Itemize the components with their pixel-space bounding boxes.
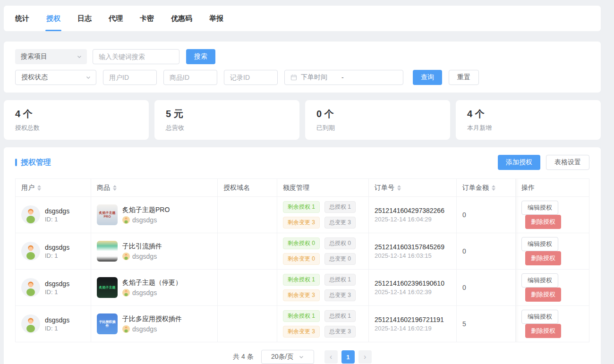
owner-avatar <box>122 325 130 333</box>
actions-cell: 编辑授权 删除授权 <box>516 233 589 270</box>
next-page-button[interactable]: › <box>358 350 372 364</box>
table-column-header[interactable]: 操作 <box>516 179 589 197</box>
order-time: 2025-12-14 16:02:39 <box>375 288 451 296</box>
table-column-header[interactable]: 用户 <box>16 179 91 197</box>
add-authorization-button[interactable]: 添加授权 <box>498 155 540 170</box>
remaining-change-badge: 剩余变更 3 <box>283 217 320 229</box>
delete-authorization-button[interactable]: 删除授权 <box>525 324 561 338</box>
chevron-left-icon: ‹ <box>330 353 332 361</box>
table-column-header[interactable]: 商品 <box>91 179 218 197</box>
remaining-auth-badge: 剩余授权 1 <box>283 310 320 322</box>
tab[interactable]: 优惠码 <box>171 6 192 31</box>
edit-authorization-button[interactable]: 编辑授权 <box>521 237 558 251</box>
stat-card: 5 元 总营收 <box>154 100 299 140</box>
column-header-label: 订单金额 <box>462 184 489 191</box>
table-settings-button[interactable]: 表格设置 <box>546 155 589 170</box>
tab[interactable]: 日志 <box>77 6 92 31</box>
order-date-range-input[interactable]: 下单时间 - <box>284 70 403 85</box>
keyword-input[interactable] <box>93 49 179 64</box>
table-row: dsgsdgs ID: 1 子比授权插件 子比多应用授权插件 <box>16 306 589 342</box>
remaining-auth-badge: 剩余授权 0 <box>283 237 320 249</box>
edit-authorization-button[interactable]: 编辑授权 <box>521 201 558 215</box>
search-panel: 搜索项目 搜索 授权状态 下单时间 - <box>4 42 601 93</box>
prev-page-button[interactable]: ‹ <box>324 350 338 364</box>
product-name: 炙焰子主题（停更） <box>122 279 182 287</box>
pagination: 共 4 条 20条/页 ‹ 1 › <box>15 350 589 364</box>
date-placeholder: 下单时间 <box>301 73 327 82</box>
order-amount-cell: 0 <box>457 197 516 233</box>
order-amount-cell: 5 <box>457 306 516 342</box>
product-name: 炙焰子主题PRO <box>122 206 170 214</box>
product-cell: 子比引流插件 dsgsdgs <box>91 233 218 270</box>
table-column-header[interactable]: 额度管理 <box>277 179 369 197</box>
product-thumbnail: 炙焰子主题 <box>97 277 118 298</box>
remaining-change-badge: 剩余变更 0 <box>283 253 320 265</box>
table-column-header[interactable]: 订单金额 <box>457 179 516 197</box>
order-number: 2512141603157845269 <box>375 243 451 251</box>
table-column-header[interactable]: 订单号 <box>369 179 457 197</box>
sort-icon[interactable] <box>113 185 117 191</box>
product-cell: 子比授权插件 子比多应用授权插件 dsgsdgs <box>91 306 218 342</box>
user-cell: dsgsdgs ID: 1 <box>16 233 91 270</box>
user-cell: dsgsdgs ID: 1 <box>16 270 91 306</box>
edit-authorization-button[interactable]: 编辑授权 <box>521 310 558 324</box>
tab-label: 卡密 <box>140 14 154 23</box>
query-button[interactable]: 查询 <box>413 70 442 85</box>
auth-status-select[interactable]: 授权状态 <box>15 70 96 85</box>
stat-cards: 4 个 授权总数 5 元 总营收 0 个 已到期 4 个 本月新增 <box>4 100 601 140</box>
product-id-input[interactable] <box>163 70 217 85</box>
search-row-filters: 授权状态 下单时间 - 查询 重置 <box>15 70 589 85</box>
total-change-badge: 总变更 3 <box>324 289 356 301</box>
table-header-row: 用户 商品 授权域名 额度管理 订单号 订单金额 操作 <box>16 179 589 197</box>
table-body: dsgsdgs ID: 1 炙焰子主题PRO 炙焰子主题PRO <box>16 197 589 342</box>
order-time: 2025-12-14 16:02:19 <box>375 325 451 332</box>
tab[interactable]: 卡密 <box>140 6 154 31</box>
head-actions: 添加授权 表格设置 <box>498 155 589 170</box>
order-cell: 2512141604297382266 2025-12-14 16:04:29 <box>369 197 457 233</box>
column-header-label: 商品 <box>97 184 110 191</box>
tab[interactable]: 统计 <box>15 6 29 31</box>
page-number-button[interactable]: 1 <box>341 350 355 364</box>
user-name: dsgsdgs <box>45 280 69 288</box>
tab[interactable]: 代理 <box>109 6 123 31</box>
record-id-input[interactable] <box>224 70 278 85</box>
stat-value: 4 个 <box>467 108 589 120</box>
tab-bar: 统计授权日志代理卡密优惠码举报 <box>4 6 601 31</box>
edit-authorization-button[interactable]: 编辑授权 <box>521 273 558 288</box>
table-column-header[interactable]: 授权域名 <box>218 179 277 197</box>
user-id-input[interactable] <box>103 70 157 85</box>
chevron-right-icon: › <box>364 353 366 361</box>
search-button[interactable]: 搜索 <box>186 49 215 64</box>
page-title: 授权管理 <box>15 158 51 168</box>
search-project-select[interactable]: 搜索项目 <box>15 49 87 64</box>
reset-button[interactable]: 重置 <box>449 70 479 85</box>
product-thumbnail-label: 炙焰子主题PRO <box>97 210 118 220</box>
section-title-text: 授权管理 <box>21 158 51 168</box>
search-row-keyword: 搜索项目 搜索 <box>15 49 589 64</box>
stat-card: 0 个 已到期 <box>305 100 450 140</box>
user-id: ID: 1 <box>45 288 69 296</box>
remaining-auth-badge: 剩余授权 1 <box>283 201 320 213</box>
stat-value: 4 个 <box>15 108 137 120</box>
delete-authorization-button[interactable]: 删除授权 <box>525 288 561 302</box>
delete-authorization-button[interactable]: 删除授权 <box>525 251 561 265</box>
sort-icon[interactable] <box>397 185 401 191</box>
column-header-label: 订单号 <box>375 184 394 191</box>
stat-label: 授权总数 <box>15 124 137 132</box>
user-name: dsgsdgs <box>45 244 69 251</box>
owner-avatar <box>122 289 130 296</box>
delete-authorization-button[interactable]: 删除授权 <box>525 215 561 229</box>
page-size-select[interactable]: 20条/页 <box>261 350 314 364</box>
tab[interactable]: 举报 <box>209 6 223 31</box>
product-thumbnail-label <box>106 250 108 252</box>
sort-icon[interactable] <box>37 185 41 191</box>
authorization-table: 用户 商品 授权域名 额度管理 订单号 订单金额 操作 <box>15 178 589 342</box>
column-header-label: 授权域名 <box>223 184 250 191</box>
tab[interactable]: 授权 <box>46 6 60 31</box>
user-avatar <box>21 205 40 224</box>
stat-card: 4 个 本月新增 <box>456 100 601 140</box>
order-cell: 2512141602196721191 2025-12-14 16:02:19 <box>369 306 457 342</box>
user-cell: dsgsdgs ID: 1 <box>16 306 91 342</box>
user-cell: dsgsdgs ID: 1 <box>16 197 91 233</box>
sort-icon[interactable] <box>492 185 495 191</box>
